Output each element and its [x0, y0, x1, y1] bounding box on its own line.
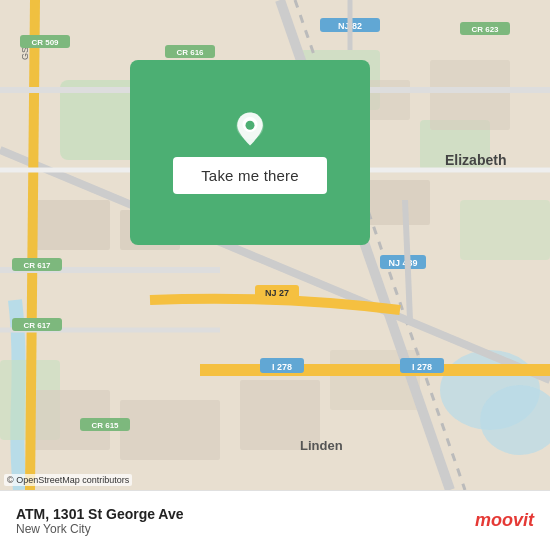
- svg-text:CR 509: CR 509: [31, 38, 59, 47]
- svg-rect-14: [120, 400, 220, 460]
- footer: ATM, 1301 St George Ave New York City mo…: [0, 490, 550, 550]
- osm-attribution: © OpenStreetMap contributors: [4, 474, 132, 486]
- location-pin-icon: [232, 111, 268, 147]
- map-popup: Take me there: [130, 60, 370, 245]
- svg-text:CR 617: CR 617: [23, 261, 51, 270]
- svg-text:Elizabeth: Elizabeth: [445, 152, 506, 168]
- svg-rect-11: [430, 60, 510, 130]
- svg-text:I 278: I 278: [412, 362, 432, 372]
- moovit-logo-icon: moovit: [475, 510, 534, 531]
- moovit-logo: moovit: [475, 510, 534, 531]
- svg-line-20: [30, 0, 35, 490]
- map-container: GSP NJ 82 CR 509 CR 616 CR 623 CR 617 CR…: [0, 0, 550, 490]
- svg-point-57: [246, 121, 255, 130]
- svg-text:CR 615: CR 615: [91, 421, 119, 430]
- svg-text:CR 616: CR 616: [176, 48, 204, 57]
- svg-text:NJ 439: NJ 439: [388, 258, 417, 268]
- take-me-there-button[interactable]: Take me there: [173, 157, 327, 194]
- svg-rect-7: [460, 200, 550, 260]
- footer-text: ATM, 1301 St George Ave New York City: [16, 506, 184, 536]
- svg-text:Linden: Linden: [300, 438, 343, 453]
- location-subtitle: New York City: [16, 522, 184, 536]
- svg-text:CR 623: CR 623: [471, 25, 499, 34]
- location-title: ATM, 1301 St George Ave: [16, 506, 184, 522]
- svg-rect-8: [30, 200, 110, 250]
- svg-text:CR 617: CR 617: [23, 321, 51, 330]
- svg-text:NJ 27: NJ 27: [265, 288, 289, 298]
- svg-text:I 278: I 278: [272, 362, 292, 372]
